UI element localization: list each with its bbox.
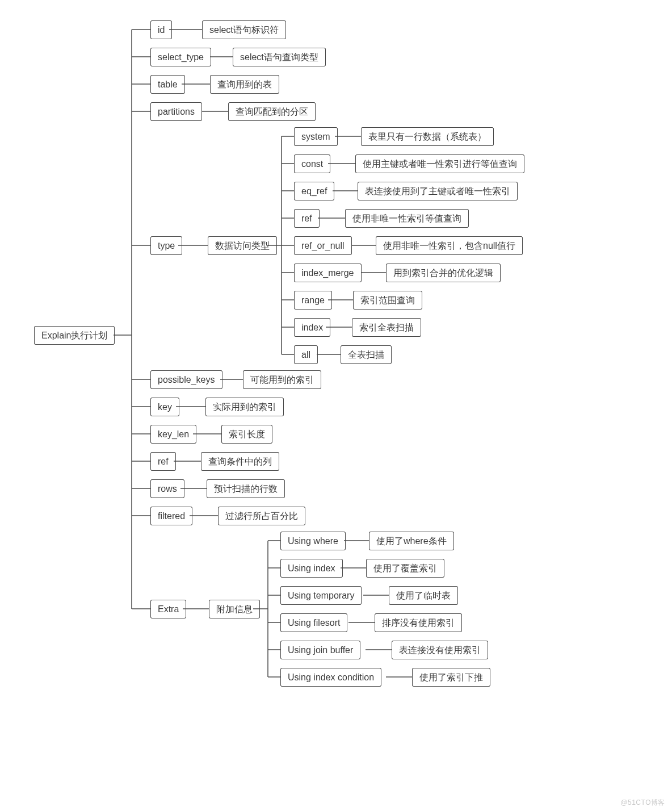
child-table: table bbox=[150, 75, 185, 94]
extra-using-index-desc: 使用了覆盖索引 bbox=[366, 559, 444, 578]
extra-using-filesort: Using filesort bbox=[280, 613, 347, 632]
desc-filtered: 过滤行所占百分比 bbox=[218, 507, 305, 525]
extra-using-filesort-desc: 排序没有使用索引 bbox=[375, 613, 462, 632]
extra-using-temporary-desc: 使用了临时表 bbox=[389, 586, 458, 605]
child-rows: rows bbox=[150, 479, 184, 498]
type-index: index bbox=[294, 318, 330, 337]
child-type: type bbox=[150, 236, 182, 255]
type-const: const bbox=[294, 154, 330, 173]
desc-type: 数据访问类型 bbox=[208, 236, 277, 255]
extra-using-where-desc: 使用了where条件 bbox=[369, 532, 454, 550]
type-index-desc: 索引全表扫描 bbox=[352, 318, 421, 337]
root-node: Explain执行计划 bbox=[34, 326, 115, 345]
extra-using-index-condition-desc: 使用了索引下推 bbox=[412, 668, 490, 687]
desc-extra: 附加信息 bbox=[209, 600, 260, 618]
desc-key_len: 索引长度 bbox=[221, 425, 272, 444]
extra-using-index-condition: Using index condition bbox=[280, 668, 381, 687]
type-eq_ref: eq_ref bbox=[294, 182, 334, 200]
desc-key: 实际用到的索引 bbox=[205, 398, 284, 416]
type-ref_or_null-desc: 使用非唯一性索引，包含null值行 bbox=[376, 236, 523, 255]
type-index_merge: index_merge bbox=[294, 264, 362, 282]
type-system-desc: 表里只有一行数据（系统表） bbox=[361, 127, 494, 146]
desc-id: select语句标识符 bbox=[202, 20, 286, 39]
desc-possible_keys: 可能用到的索引 bbox=[243, 370, 321, 389]
child-id: id bbox=[150, 20, 172, 39]
extra-using-index: Using index bbox=[280, 559, 343, 578]
extra-using-join-buffer: Using join buffer bbox=[280, 641, 360, 659]
extra-using-join-buffer-desc: 表连接没有使用索引 bbox=[392, 641, 488, 659]
desc-select_type: select语句查询类型 bbox=[233, 48, 326, 66]
type-system: system bbox=[294, 127, 338, 146]
desc-rows: 预计扫描的行数 bbox=[207, 479, 285, 498]
type-range-desc: 索引范围查询 bbox=[353, 291, 422, 310]
child-key_len: key_len bbox=[150, 425, 196, 444]
child-possible_keys: possible_keys bbox=[150, 370, 222, 389]
extra-using-temporary: Using temporary bbox=[280, 586, 362, 605]
child-partitions: partitions bbox=[150, 102, 202, 121]
desc-ref2: 查询条件中的列 bbox=[201, 452, 279, 471]
child-select_type: select_type bbox=[150, 48, 211, 66]
type-eq_ref-desc: 表连接使用到了主键或者唯一性索引 bbox=[358, 182, 518, 200]
type-ref_or_null: ref_or_null bbox=[294, 236, 352, 255]
type-index_merge-desc: 用到索引合并的优化逻辑 bbox=[386, 264, 501, 282]
type-ref: ref bbox=[294, 209, 320, 228]
desc-partitions: 查询匹配到的分区 bbox=[228, 102, 316, 121]
child-extra: Extra bbox=[150, 600, 186, 618]
type-all: all bbox=[294, 345, 318, 364]
watermark: @51CTO博客 bbox=[620, 798, 665, 808]
extra-using-where: Using where bbox=[280, 532, 346, 550]
type-ref-desc: 使用非唯一性索引等值查询 bbox=[345, 209, 469, 228]
type-all-desc: 全表扫描 bbox=[341, 345, 392, 364]
child-ref2: ref bbox=[150, 452, 176, 471]
type-range: range bbox=[294, 291, 332, 310]
type-const-desc: 使用主键或者唯一性索引进行等值查询 bbox=[355, 154, 524, 173]
child-key: key bbox=[150, 398, 179, 416]
child-filtered: filtered bbox=[150, 507, 192, 525]
connector-lines bbox=[0, 0, 672, 811]
desc-table: 查询用到的表 bbox=[210, 75, 279, 94]
